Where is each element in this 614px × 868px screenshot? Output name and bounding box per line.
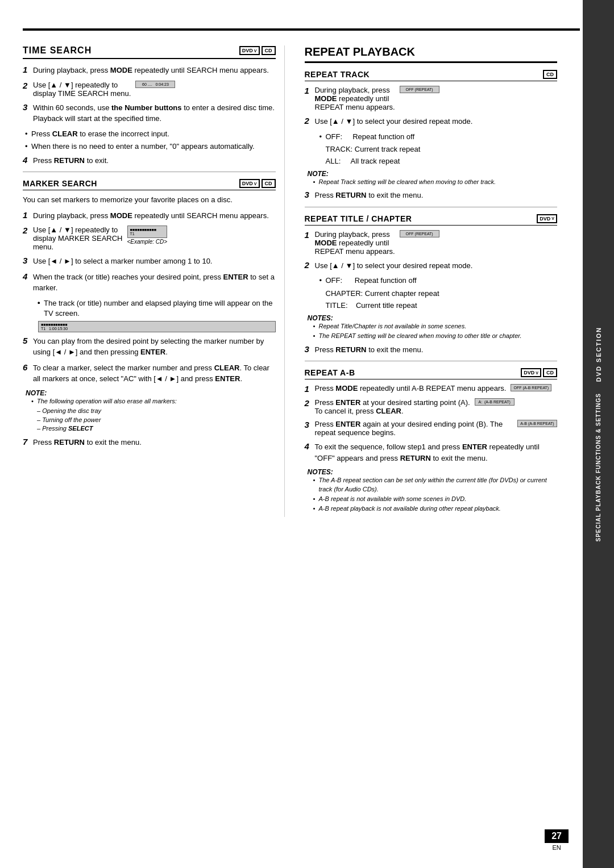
- rtc-step1-text: During playback, pressMODE repeatedly un…: [315, 230, 395, 256]
- note-sub-1: – Opening the disc tray: [37, 407, 276, 415]
- cd-badge-track: CD: [543, 70, 557, 79]
- track-display-row2: T1 1:00:15:30: [41, 327, 273, 331]
- dvd-v-badge-2: DVDV: [239, 179, 260, 188]
- marker-intro: You can set markers to memorize your fav…: [23, 195, 276, 205]
- left-column: TIME SEARCH DVDV CD 1 During playback, p…: [23, 45, 285, 517]
- marker-step-num-2: 2: [23, 226, 33, 235]
- repeat-ab-title: REPEAT A-B: [305, 368, 355, 377]
- marker-step2-text: Use [▲ / ▼] repeatedly todisplay MARKER …: [33, 226, 123, 251]
- marker-search-title: MARKER SEARCH: [23, 179, 97, 188]
- ab-display-3: A-B (A-B REPEAT): [517, 420, 557, 427]
- repeat-track-header: REPEAT TRACK CD: [305, 70, 558, 81]
- page-lang: EN: [552, 844, 561, 851]
- repeat-track-step3: 3 Press RETURN to exit the menu.: [305, 190, 558, 201]
- rtc-bullet-off: OFF: Repeat function off: [317, 276, 558, 286]
- divider-3: [305, 361, 558, 361]
- example-label: <Example: CD>: [127, 239, 168, 245]
- marker-display: ■■■■■■■■■■■ T1: [127, 226, 168, 238]
- marker-step5: 5 You can play from the desired point by…: [23, 336, 276, 358]
- time-search-step1: 1 During playback, press MODE repeatedly…: [23, 65, 276, 76]
- repeat-track-step2: 2 Use [▲ / ▼] to select your desired rep…: [305, 116, 558, 127]
- ab-display-1: OFF (A-B REPEAT): [511, 384, 551, 391]
- repeat-title-title: REPEAT TITLE / CHAPTER: [305, 214, 412, 223]
- marker-step-num-7: 7: [23, 437, 33, 446]
- rab-step-num-1: 1: [305, 384, 315, 394]
- repeat-title-notes: NOTES: Repeat Title/Chapter is not avail…: [305, 314, 558, 341]
- rt-track: TRACK: Current track repeat: [317, 144, 558, 155]
- time-search-title: TIME SEARCH: [23, 45, 92, 56]
- rt-note-item: Repeat Track setting will be cleared whe…: [313, 178, 558, 186]
- time-bullet-1: Press CLEAR to erase the incorrect input…: [23, 129, 276, 139]
- repeat-playback-title: REPEAT PLAYBACK: [305, 45, 415, 59]
- repeat-ab-step1: 1 Press MODE repeatedly until A-B REPEAT…: [305, 384, 558, 394]
- rt-all: ALL: All track repeat: [317, 156, 558, 166]
- marker-step-num-1: 1: [23, 210, 33, 220]
- marker-step-num-6: 6: [23, 362, 33, 372]
- rab-note-3: A-B repeat playback is not available dur…: [313, 504, 558, 513]
- marker-search-header: MARKER SEARCH DVDV CD: [23, 179, 276, 190]
- repeat-ab-notes: NOTES: The A-B repeat section can be set…: [305, 468, 558, 514]
- repeat-ab-header: REPEAT A-B DVDV CD: [305, 368, 558, 379]
- rab-step-body-1: Press MODE repeatedly until A-B REPEAT m…: [315, 384, 558, 393]
- marker-step4-detail: • The track (or title) number and elapse…: [23, 298, 276, 332]
- rab-step-body-2: Press ENTER at your desired starting poi…: [315, 398, 558, 415]
- rtc-step-num-3: 3: [305, 344, 315, 354]
- rab-step-body-3: Press ENTER again at your desired ending…: [315, 420, 558, 437]
- marker-step-body-2: Use [▲ / ▼] repeatedly todisplay MARKER …: [33, 226, 276, 251]
- marker-step7: 7 Press RETURN to exit the menu.: [23, 437, 276, 448]
- marker-step-num-3: 3: [23, 256, 33, 265]
- divider-1: [23, 172, 276, 172]
- rtc-title: TITLE: Current title repeat: [317, 301, 558, 311]
- repeat-track-note: NOTE: Repeat Track setting will be clear…: [305, 170, 558, 186]
- rtc-note-2: The REPEAT setting will be cleared when …: [313, 332, 558, 340]
- rtc-notes-title: NOTES:: [308, 314, 558, 322]
- page-number-area: 27 EN: [545, 829, 569, 851]
- repeat-track-bullets: OFF: Repeat function off TRACK: Current …: [305, 132, 558, 167]
- track-display: ■■■■■■■■■■■ T1 1:00:15:30: [38, 321, 276, 332]
- rtc-notes-content: Repeat Title/Chapter is not available in…: [308, 322, 558, 341]
- step-body-4: Press RETURN to exit.: [33, 155, 276, 166]
- marker-display-row2: T1: [130, 232, 165, 236]
- rab-step-body-4: To exit the sequence, follow step1 and p…: [315, 441, 558, 464]
- page-number: 27: [545, 829, 569, 843]
- time-display: 60 .... 0:04:23: [135, 81, 175, 88]
- sidebar-dvd-label: DVD SECTION: [595, 327, 602, 382]
- marker-step-num-4: 4: [23, 272, 33, 281]
- rab-note-1: The A-B repeat section can be set only w…: [313, 476, 558, 494]
- marker-step2: 2 Use [▲ / ▼] repeatedly todisplay MARKE…: [23, 226, 276, 251]
- cd-badge-time: CD: [262, 46, 276, 55]
- marker-step-body-5: You can play from the desired point by s…: [33, 336, 276, 358]
- marker-step6: 6 To clear a marker, select the marker n…: [23, 362, 276, 385]
- rt-note-title: NOTE:: [308, 170, 558, 178]
- marker-note-item-1: The following operation will also erase …: [31, 397, 276, 406]
- bullet-dot: •: [38, 298, 40, 308]
- top-border: [23, 28, 580, 31]
- step-body-1: During playback, press MODE repeatedly u…: [33, 65, 276, 76]
- repeat-track-step1: 1 During playback, pressMODE repeatedly …: [305, 86, 558, 111]
- step-num-2: 2: [23, 81, 33, 90]
- sidebar-special-label: SPECIAL PLAYBACK FUNCTIONS & SETTINGS: [595, 393, 601, 541]
- rab-notes-title: NOTES:: [308, 468, 558, 476]
- content-area: TIME SEARCH DVDV CD 1 During playback, p…: [23, 45, 557, 517]
- marker-note-content: The following operation will also erase …: [26, 397, 276, 433]
- step2-text: Use [▲ / ▼] repeatedly todisplay TIME SE…: [33, 81, 131, 98]
- rtc-step-num-2: 2: [305, 260, 315, 270]
- rab-step2-text: Press ENTER at your desired starting poi…: [315, 398, 470, 415]
- rab-note-2: A-B repeat is not available with some sc…: [313, 495, 558, 503]
- marker-step3: 3 Use [◄ / ►] to select a marker number …: [23, 256, 276, 267]
- step-body-3: Within 60 seconds, use the Number button…: [33, 102, 276, 124]
- time-search-step4: 4 Press RETURN to exit.: [23, 155, 276, 166]
- marker-step-body-4: When the track (or title) reaches your d…: [33, 272, 276, 294]
- time-search-header: TIME SEARCH DVDV CD: [23, 45, 276, 59]
- dvd-v-badge-3: DVDV: [537, 214, 557, 223]
- rab-notes-content: The A-B repeat section can be set only w…: [308, 476, 558, 514]
- rt-step-num-2: 2: [305, 116, 315, 126]
- repeat-title-step1: 1 During playback, pressMODE repeatedly …: [305, 230, 558, 256]
- marker-note-sub: – Opening the disc tray – Turning off th…: [31, 407, 276, 433]
- repeat-title-bullets: OFF: Repeat function off CHAPTER: Curren…: [305, 276, 558, 311]
- right-sidebar: DVD SECTION SPECIAL PLAYBACK FUNCTIONS &…: [583, 0, 614, 868]
- time-search-step3: 3 Within 60 seconds, use the Number butt…: [23, 102, 276, 124]
- rt-step-body-1: During playback, pressMODE repeatedly un…: [315, 86, 558, 111]
- v-sub: V: [254, 49, 257, 53]
- repeat-display-1: OFF (REPEAT): [400, 86, 439, 93]
